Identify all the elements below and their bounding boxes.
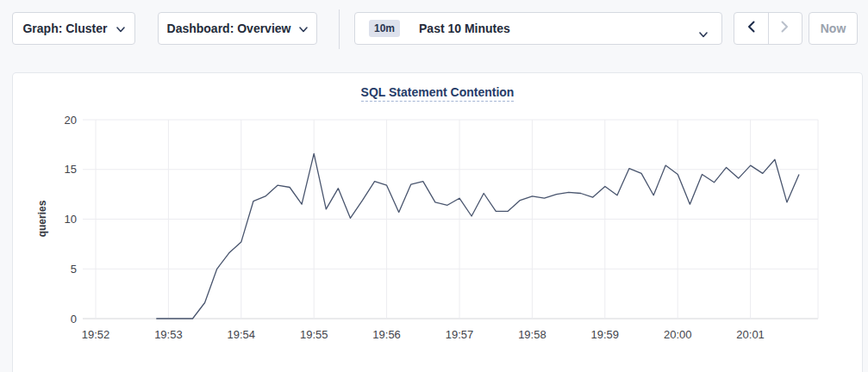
- chevron-right-icon: [781, 21, 789, 36]
- previous-time-button[interactable]: [734, 13, 768, 44]
- x-tick-label: 19:56: [372, 328, 401, 341]
- dashboard-dropdown[interactable]: Dashboard: Overview: [158, 12, 317, 45]
- time-step-button-group: [734, 12, 802, 45]
- y-tick-label: 20: [65, 114, 77, 127]
- x-tick-label: 19:58: [518, 328, 546, 341]
- series-line: [156, 153, 799, 319]
- time-range-label: Past 10 Minutes: [419, 22, 510, 35]
- chevron-down-icon: [299, 22, 308, 35]
- graph-dropdown[interactable]: Graph: Cluster: [12, 12, 135, 45]
- toolbar-divider: [339, 9, 340, 49]
- x-tick-label: 19:52: [82, 328, 110, 341]
- time-range-badge: 10m: [369, 20, 400, 37]
- x-tick-label: 20:01: [736, 328, 765, 341]
- chevron-left-icon: [747, 21, 755, 36]
- y-tick-label: 15: [65, 163, 77, 176]
- x-tick-label: 20:00: [664, 328, 692, 341]
- graph-dropdown-label: Graph: Cluster: [22, 22, 107, 35]
- x-tick-label: 19:53: [154, 328, 183, 341]
- chart-card: SQL Statement Contention queries 0510152…: [12, 72, 863, 372]
- x-tick-label: 19:55: [300, 328, 328, 341]
- chart-svg[interactable]: 0510152019:5219:5319:5419:5519:5619:5719…: [13, 73, 864, 372]
- now-button[interactable]: Now: [809, 12, 858, 45]
- x-tick-label: 19:57: [446, 328, 474, 341]
- y-tick-label: 0: [71, 313, 77, 326]
- next-time-button[interactable]: [768, 13, 802, 44]
- chevron-down-icon: [699, 27, 708, 40]
- y-tick-label: 10: [65, 213, 77, 226]
- time-range-dropdown[interactable]: 10m Past 10 Minutes: [354, 12, 722, 45]
- dashboard-dropdown-label: Dashboard: Overview: [167, 22, 291, 35]
- chevron-down-icon: [116, 22, 125, 35]
- y-tick-label: 5: [71, 263, 77, 276]
- x-tick-label: 19:54: [228, 328, 256, 341]
- x-tick-label: 19:59: [591, 328, 620, 341]
